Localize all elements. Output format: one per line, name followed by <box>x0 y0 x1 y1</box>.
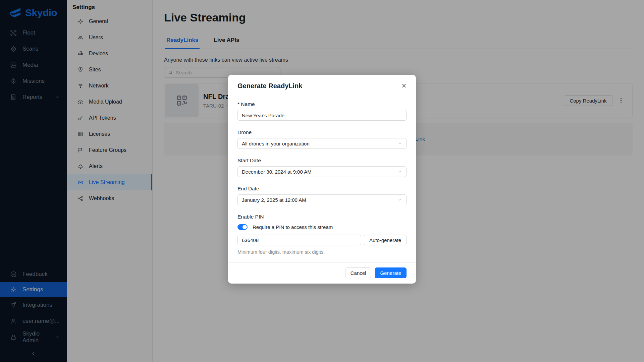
modal-title: Generate ReadyLink <box>237 82 407 90</box>
generate-readylink-modal: Generate ReadyLink * Name Drone All dron… <box>228 75 416 284</box>
close-button[interactable] <box>399 81 409 90</box>
start-date-select[interactable]: December 30, 2024 at 9:00 AM <box>237 166 407 177</box>
name-field[interactable] <box>237 110 407 121</box>
end-date-select[interactable]: January 2, 2025 at 12:00 AM <box>237 194 407 205</box>
modal-header: Generate ReadyLink <box>228 75 416 90</box>
chevron-down-icon <box>397 141 402 146</box>
drone-label: Drone <box>237 129 407 135</box>
start-date-value: December 30, 2024 at 9:00 AM <box>242 169 312 175</box>
start-date-label: Start Date <box>237 158 407 164</box>
pin-toggle-label: Require a PIN to access this stream <box>253 224 333 230</box>
modal-body: * Name Drone All drones in your organiza… <box>228 101 416 255</box>
cancel-button[interactable]: Cancel <box>345 267 372 278</box>
name-label: * Name <box>237 101 407 107</box>
auto-generate-button[interactable]: Auto-generate <box>364 235 407 245</box>
modal-footer: Cancel Generate <box>228 262 416 284</box>
enable-pin-label: Enable PIN <box>237 214 407 220</box>
drone-select-value: All drones in your organization <box>242 141 310 146</box>
x-icon <box>401 83 407 88</box>
drone-select[interactable]: All drones in your organization <box>237 138 407 149</box>
end-date-label: End Date <box>237 186 407 192</box>
end-date-value: January 2, 2025 at 12:00 AM <box>242 197 306 203</box>
chevron-down-icon <box>397 169 402 174</box>
pin-input-row: Auto-generate <box>237 235 407 245</box>
generate-button[interactable]: Generate <box>375 267 407 278</box>
chevron-down-icon <box>397 197 402 202</box>
pin-toggle-row: Require a PIN to access this stream <box>237 224 407 230</box>
pin-field[interactable] <box>237 235 361 245</box>
pin-help-text: Minimum four digits, maximum six digits. <box>237 249 407 255</box>
pin-toggle-switch[interactable] <box>237 224 248 230</box>
